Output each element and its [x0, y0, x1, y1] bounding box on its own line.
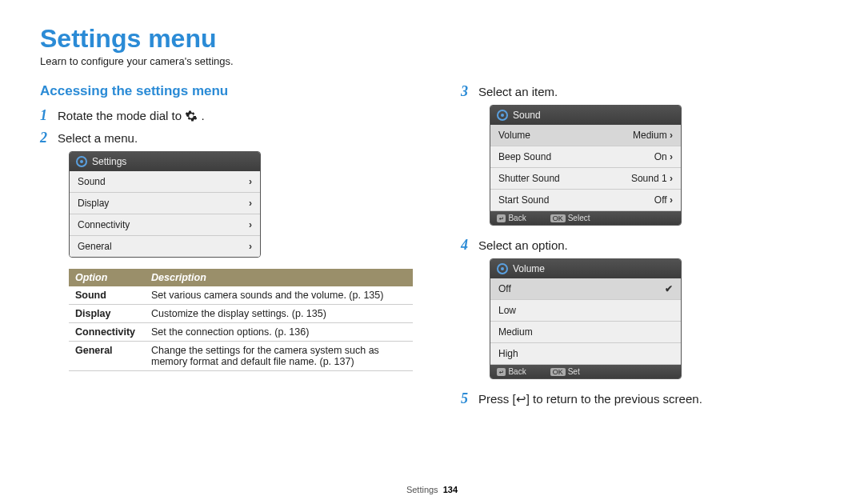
- option-desc: Set various camera sounds and the volume…: [145, 286, 413, 305]
- camera-screen-volume: Volume Off ✔ Low Medium High ↩Back OKSet: [490, 258, 682, 379]
- row-label: Shutter Sound: [498, 173, 560, 184]
- page-subtitle: Learn to configure your camera's setting…: [40, 55, 824, 67]
- return-icon: ↩: [497, 368, 506, 376]
- option-desc: Set the connection options. (p. 136): [145, 322, 413, 341]
- section-heading: Accessing the settings menu: [40, 83, 413, 99]
- chevron-right-icon: ›: [249, 198, 252, 209]
- step-number: 2: [40, 130, 58, 146]
- menu-row-sound[interactable]: Sound ›: [70, 171, 260, 193]
- sound-row-beep[interactable]: Beep Sound On ›: [490, 146, 681, 168]
- footer-page-number: 134: [443, 485, 458, 494]
- row-value: Sound 1: [631, 173, 667, 184]
- option-desc: Change the settings for the camera syste…: [145, 341, 413, 370]
- option-name: Display: [69, 304, 145, 322]
- row-label: Off: [498, 283, 511, 294]
- footer-section: Settings: [406, 485, 438, 494]
- option-name: Sound: [69, 286, 145, 305]
- volume-row-high[interactable]: High: [490, 343, 681, 365]
- step-1-text-pre: Rotate the mode dial to: [58, 109, 185, 122]
- chevron-right-icon: ›: [670, 130, 673, 141]
- volume-row-low[interactable]: Low: [490, 300, 681, 322]
- step-1-text-post: .: [201, 109, 204, 122]
- table-row: Display Customize the display settings. …: [69, 304, 413, 322]
- chevron-right-icon: ›: [249, 219, 252, 230]
- row-label: Low: [498, 305, 516, 316]
- volume-row-medium[interactable]: Medium: [490, 322, 681, 343]
- return-icon: ↩: [497, 214, 506, 222]
- step-5-text-post: ] to return to the previous screen.: [526, 392, 702, 406]
- row-value: On: [654, 151, 667, 162]
- row-label: Beep Sound: [498, 151, 551, 162]
- chevron-right-icon: ›: [670, 151, 673, 162]
- option-name: Connectivity: [69, 322, 145, 341]
- options-table: Option Description Sound Set various cam…: [69, 269, 413, 371]
- ok-key-icon: OK: [550, 368, 566, 376]
- table-row: General Change the settings for the came…: [69, 341, 413, 370]
- camera-screen-sound: Sound Volume Medium › Beep Sound On › Sh…: [490, 105, 682, 226]
- table-row: Connectivity Set the connection options.…: [69, 322, 413, 341]
- menu-label: Sound: [78, 176, 106, 187]
- check-icon: ✔: [665, 283, 673, 294]
- row-value: Off: [654, 194, 667, 206]
- screen1-title: Settings: [92, 156, 126, 167]
- footer-back: Back: [508, 367, 526, 376]
- footer-action: Set: [568, 367, 580, 376]
- step-number: 3: [461, 83, 478, 100]
- option-name: General: [69, 341, 145, 370]
- ok-key-icon: OK: [550, 214, 566, 222]
- gear-icon: [185, 110, 198, 125]
- step-2-text: Select a menu.: [58, 131, 138, 145]
- chevron-right-icon: ›: [249, 176, 252, 187]
- footer-back: Back: [508, 214, 526, 222]
- chevron-right-icon: ›: [249, 241, 252, 252]
- option-desc: Customize the display settings. (p. 135): [145, 304, 413, 322]
- camera-screen-settings: Settings Sound › Display › Connectivity …: [69, 151, 261, 258]
- sound-row-start[interactable]: Start Sound Off ›: [490, 190, 681, 211]
- menu-label: General: [78, 241, 112, 252]
- sound-row-shutter[interactable]: Shutter Sound Sound 1 ›: [490, 168, 681, 190]
- return-icon: ↩: [516, 392, 526, 406]
- step-5-text-pre: Press [: [478, 392, 516, 406]
- menu-row-general[interactable]: General ›: [70, 236, 260, 257]
- footer-action: Select: [568, 214, 590, 222]
- chevron-right-icon: ›: [670, 194, 673, 206]
- page-title: Settings menu: [40, 24, 824, 54]
- row-label: High: [498, 348, 518, 359]
- menu-row-connectivity[interactable]: Connectivity ›: [70, 214, 260, 236]
- row-label: Start Sound: [498, 194, 549, 206]
- screen2-title: Sound: [513, 110, 541, 121]
- step-number: 5: [461, 390, 478, 407]
- sound-row-volume[interactable]: Volume Medium ›: [490, 125, 681, 146]
- page-footer: Settings 134: [0, 485, 864, 494]
- row-value: Medium: [633, 130, 667, 141]
- row-label: Volume: [498, 130, 530, 141]
- step-number: 1: [40, 107, 58, 124]
- table-header-option: Option: [69, 269, 145, 286]
- table-row: Sound Set various camera sounds and the …: [69, 286, 413, 305]
- screen3-title: Volume: [513, 263, 545, 274]
- step-4-text: Select an option.: [478, 238, 568, 252]
- step-number: 4: [461, 237, 478, 254]
- volume-row-off[interactable]: Off ✔: [490, 278, 681, 300]
- table-header-description: Description: [145, 269, 413, 286]
- row-label: Medium: [498, 326, 533, 338]
- menu-label: Display: [78, 198, 109, 209]
- step-3-text: Select an item.: [478, 85, 558, 98]
- menu-row-display[interactable]: Display ›: [70, 193, 260, 214]
- lens-icon: [76, 156, 87, 167]
- menu-label: Connectivity: [78, 219, 130, 230]
- lens-icon: [497, 110, 508, 121]
- lens-icon: [497, 263, 508, 274]
- chevron-right-icon: ›: [670, 173, 673, 184]
